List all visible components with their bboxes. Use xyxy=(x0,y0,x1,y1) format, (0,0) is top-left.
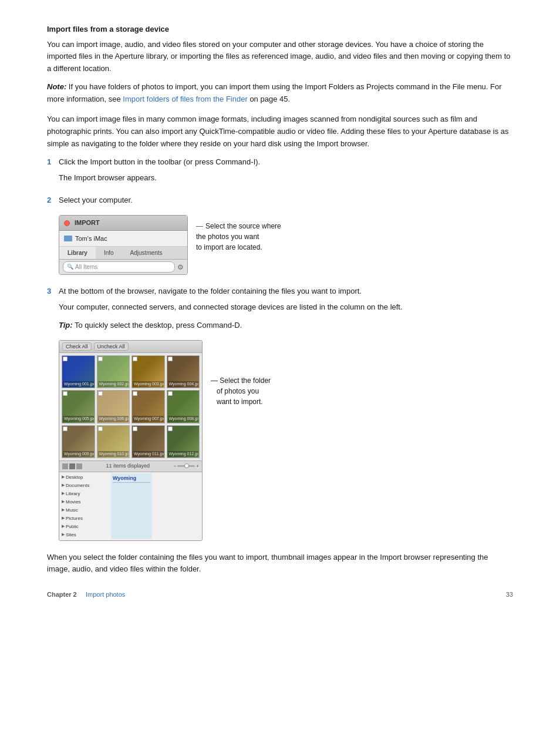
photo-label: Wyoming 001.jpg xyxy=(63,381,94,388)
file-list-item[interactable]: ▶Pictures xyxy=(62,515,109,523)
photo-thumb[interactable]: Wyoming 002.jpg xyxy=(97,355,130,389)
arrow-icon: ▶ xyxy=(62,482,65,489)
photo-thumb[interactable]: Wyoming 005.jpg xyxy=(62,390,95,423)
photo-label: Wyoming 004.jpg xyxy=(168,381,199,388)
photo-checkbox[interactable] xyxy=(168,426,173,431)
photo-label: Wyoming 005.jpg xyxy=(63,416,94,422)
arrow-icon: ▶ xyxy=(62,499,65,505)
list-view-icon[interactable] xyxy=(69,463,75,469)
dialog-tabs: Library Info Adjustments xyxy=(59,247,187,260)
photo-label: Wyoming 007.jpg xyxy=(133,416,164,422)
file-list-item[interactable]: ▶Desktop xyxy=(62,473,109,482)
arrow-icon: ▶ xyxy=(62,523,65,530)
photo-checkbox[interactable] xyxy=(133,357,137,361)
photo-thumb[interactable]: Wyoming 009.jpg xyxy=(62,425,95,459)
file-list-item[interactable]: ▶Public xyxy=(62,523,109,531)
tab-library[interactable]: Library xyxy=(59,247,96,259)
browser-annotation: — Select the folder of photos you want t… xyxy=(211,340,271,407)
photo-thumb[interactable]: Wyoming 007.jpg xyxy=(131,390,165,423)
arrow-icon: ▶ xyxy=(62,474,65,480)
browser-annotation-line-1: — Select the folder xyxy=(211,375,271,386)
photo-checkbox[interactable] xyxy=(63,426,68,431)
selected-header: Wyoming xyxy=(113,475,150,483)
step-1-number: 1 xyxy=(47,156,59,168)
tip-body: To quickly select the desktop, press Com… xyxy=(73,321,242,330)
photo-label: Wyoming 009.jpg xyxy=(63,451,94,458)
photo-thumb[interactable]: Wyoming 006.jpg xyxy=(97,390,130,423)
split-view-icon[interactable] xyxy=(76,463,82,469)
photo-thumb[interactable]: Wyoming 004.jpg xyxy=(167,355,200,389)
zoom-slider[interactable]: − + xyxy=(174,463,199,470)
dialog-title: IMPORT xyxy=(75,218,100,228)
file-list-item[interactable]: ▶Movies xyxy=(62,498,109,506)
arrow-icon: ▶ xyxy=(62,532,65,538)
file-name: Public xyxy=(66,523,79,530)
photo-checkbox[interactable] xyxy=(63,357,68,361)
uncheck-all-button[interactable]: Uncheck All xyxy=(94,342,129,351)
step-2-text: Select your computer. xyxy=(59,194,513,207)
photo-checkbox[interactable] xyxy=(168,391,173,396)
tab-adjustments[interactable]: Adjustments xyxy=(122,247,171,259)
annotation-line-2: the photos you want xyxy=(196,233,259,241)
photo-thumb[interactable]: Wyoming 011.jpg xyxy=(131,425,165,459)
browser-mockup: Check All Uncheck All Wyoming 001.jpgWyo… xyxy=(59,340,203,541)
grid-view-icon[interactable] xyxy=(62,463,68,469)
photo-thumb[interactable]: Wyoming 001.jpg xyxy=(62,355,95,389)
photo-thumb[interactable]: Wyoming 008.jpg xyxy=(167,390,200,423)
chapter-link[interactable]: Import photos xyxy=(86,591,125,598)
photo-checkbox[interactable] xyxy=(63,391,68,396)
photo-thumb[interactable]: Wyoming 010.jpg xyxy=(97,425,130,459)
import-dialog-area: IMPORT Tom's iMac Library Info Adjustmen… xyxy=(59,215,513,275)
step-1: 1 Click the Import button in the toolbar… xyxy=(47,156,513,184)
check-all-button[interactable]: Check All xyxy=(62,342,92,351)
photo-thumb[interactable]: Wyoming 003.jpg xyxy=(131,355,165,389)
step-2-number: 2 xyxy=(47,194,59,206)
file-name: Music xyxy=(66,507,78,514)
footer-page-num: 33 xyxy=(506,590,513,600)
body-text-3: When you select the folder containing th… xyxy=(47,552,513,576)
page: Import files from a storage device You c… xyxy=(0,0,560,617)
source-row[interactable]: Tom's iMac xyxy=(59,231,187,247)
tab-info[interactable]: Info xyxy=(96,247,122,259)
step-1-sub: The Import browser appears. xyxy=(47,172,513,184)
file-list-item[interactable]: ▶Sites xyxy=(62,531,109,539)
file-list-item[interactable]: ▶Documents xyxy=(62,482,109,490)
photo-label: Wyoming 003.jpg xyxy=(133,381,164,388)
photo-label: Wyoming 002.jpg xyxy=(98,381,129,388)
tip-text: Tip: To quickly select the desktop, pres… xyxy=(47,320,513,332)
annotation-line-1: Select the source where xyxy=(196,221,281,231)
note-link[interactable]: Import folders of files from the Finder xyxy=(123,95,247,103)
close-button-icon[interactable] xyxy=(64,220,70,226)
step-2: 2 Select your computer. IMPORT Tom's iMa… xyxy=(47,194,513,275)
browser-annotation-line-3: want to import. xyxy=(211,396,271,407)
photo-checkbox[interactable] xyxy=(133,426,137,431)
tip-label: Tip: xyxy=(59,321,73,330)
photo-checkbox[interactable] xyxy=(168,357,173,361)
status-bar: 11 items displayed − + xyxy=(59,460,202,472)
search-box[interactable]: 🔍 All Items xyxy=(63,261,175,273)
photo-checkbox[interactable] xyxy=(98,426,103,431)
search-placeholder: All Items xyxy=(75,263,97,271)
file-list-item[interactable]: ▶Music xyxy=(62,506,109,515)
step-3-text: At the bottom of the browser, navigate t… xyxy=(59,285,513,298)
file-list-item[interactable]: ▶Library xyxy=(62,490,109,498)
dialog-titlebar: IMPORT xyxy=(59,216,187,231)
gear-icon[interactable]: ⚙ xyxy=(177,262,184,273)
dialog-annotation: Select the source where the photos you w… xyxy=(196,215,281,253)
photo-label: Wyoming 012.jpg xyxy=(168,451,199,458)
status-text: 11 items displayed xyxy=(106,462,150,470)
plus-icon: + xyxy=(196,463,199,470)
subfolder-col xyxy=(154,473,190,539)
source-name: Tom's iMac xyxy=(75,234,107,244)
photo-thumb[interactable]: Wyoming 012.jpg xyxy=(167,425,200,459)
arrow-icon: ▶ xyxy=(62,515,65,522)
photo-checkbox[interactable] xyxy=(133,391,137,396)
page-footer: Chapter 2 Import photos 33 xyxy=(0,590,560,600)
file-name: Pictures xyxy=(66,515,83,522)
body-text-2: You can import image files in many commo… xyxy=(47,113,513,150)
file-name: Library xyxy=(66,490,80,497)
photo-checkbox[interactable] xyxy=(98,357,103,361)
arrow-icon: ▶ xyxy=(62,490,65,497)
photo-checkbox[interactable] xyxy=(98,391,103,396)
file-name: Documents xyxy=(66,482,89,489)
